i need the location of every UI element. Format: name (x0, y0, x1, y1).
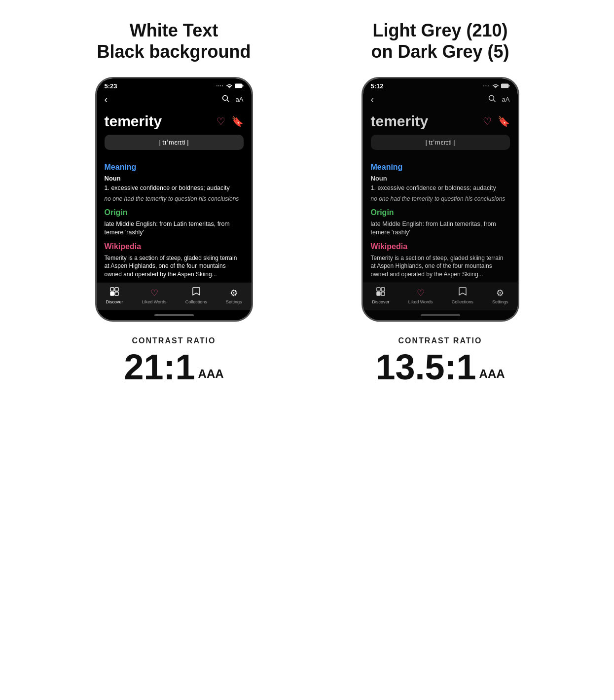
battery-icon-left (235, 83, 244, 89)
right-origin-text: late Middle English: from Latin temerita… (371, 220, 510, 237)
svg-rect-4 (110, 288, 114, 291)
right-collections-icon (459, 287, 467, 298)
right-panel-title: Light Grey (210) on Dark Grey (5) (371, 20, 509, 62)
left-bookmark-icon[interactable]: 🔖 (231, 115, 244, 127)
right-back-button[interactable]: ‹ (371, 94, 374, 105)
right-tab-settings[interactable]: ⚙ Settings (492, 288, 508, 304)
left-panel-title: White Text Black background (97, 20, 251, 62)
right-contrast-value: 13.5:1 AAA (375, 349, 505, 385)
left-noun-label: Noun (105, 175, 244, 182)
left-wiki-heading: Wikipedia (105, 242, 244, 251)
left-tab-collections-label: Collections (185, 299, 207, 304)
left-tab-liked[interactable]: ♡ Liked Words (142, 288, 167, 304)
svg-rect-0 (235, 84, 242, 88)
right-wiki-text: Temerity is a section of steep, gladed s… (371, 254, 510, 279)
left-back-button[interactable]: ‹ (105, 94, 108, 105)
svg-rect-15 (381, 292, 385, 295)
right-phone-screen: 5:12 ···· ‹ (363, 78, 518, 320)
left-wiki-text: Temerity is a section of steep, gladed s… (105, 254, 244, 279)
right-origin-heading: Origin (371, 208, 510, 217)
left-tab-settings[interactable]: ⚙ Settings (226, 288, 242, 304)
left-status-time: 5:23 (105, 82, 117, 90)
right-noun-label: Noun (371, 175, 510, 182)
right-nav-bar: ‹ aA (363, 92, 518, 109)
right-discover-icon (376, 287, 385, 298)
right-tab-liked[interactable]: ♡ Liked Words (408, 288, 433, 304)
left-definition: 1. excessive confidence or boldness; aud… (105, 184, 244, 193)
left-tab-discover-label: Discover (106, 299, 123, 304)
right-bookmark-icon[interactable]: 🔖 (498, 115, 510, 127)
left-origin-text: late Middle English: from Latin temerita… (105, 220, 244, 237)
left-home-indicator (97, 310, 252, 320)
left-status-icons: ···· (216, 83, 243, 89)
svg-rect-6 (110, 292, 114, 295)
svg-point-10 (489, 96, 494, 101)
right-tab-liked-label: Liked Words (408, 299, 433, 304)
svg-line-11 (493, 100, 495, 102)
right-contrast-aaa: AAA (479, 368, 505, 380)
left-heart-icon[interactable]: ♡ (217, 115, 225, 127)
right-definition: 1. excessive confidence or boldness; aud… (371, 184, 510, 193)
left-discover-icon (110, 287, 119, 298)
svg-rect-14 (377, 292, 380, 295)
left-tab-collections[interactable]: Collections (185, 287, 207, 304)
right-meaning-heading: Meaning (371, 163, 510, 172)
right-contrast-section: CONTRAST RATIO 13.5:1 AAA (375, 336, 505, 385)
right-home-bar (421, 314, 460, 316)
svg-rect-9 (508, 85, 509, 86)
left-contrast-label: CONTRAST RATIO (124, 336, 223, 345)
right-liked-icon: ♡ (417, 288, 425, 298)
left-tab-discover[interactable]: Discover (106, 287, 123, 304)
left-contrast-aaa: AAA (198, 368, 224, 380)
left-contrast-section: CONTRAST RATIO 21:1 AAA (124, 336, 223, 385)
left-text-size[interactable]: aA (236, 96, 244, 103)
right-word-header: temerity ♡ 🔖 (363, 109, 518, 132)
left-search-icon[interactable] (222, 95, 230, 104)
left-home-bar (154, 314, 194, 316)
right-settings-icon: ⚙ (496, 288, 504, 298)
right-tab-collections[interactable]: Collections (452, 287, 473, 304)
svg-rect-8 (501, 84, 508, 88)
right-phonetic: | tɪˈmɛrɪti | (371, 135, 510, 150)
svg-rect-13 (381, 288, 385, 291)
wifi-icon-right (492, 83, 499, 89)
svg-rect-7 (115, 292, 118, 295)
left-phone-mockup: 5:23 ···· ‹ (95, 77, 253, 322)
right-contrast-label: CONTRAST RATIO (375, 336, 505, 345)
right-panel: Light Grey (210) on Dark Grey (5) 5:12 ·… (322, 20, 559, 385)
left-settings-icon: ⚙ (230, 288, 238, 298)
right-home-indicator (363, 310, 518, 320)
right-content-area: Meaning Noun 1. excessive confidence or … (363, 155, 518, 283)
left-contrast-value: 21:1 AAA (124, 349, 223, 385)
left-word-header: temerity ♡ 🔖 (97, 109, 252, 132)
left-origin-heading: Origin (105, 208, 244, 217)
right-status-icons: ···· (482, 83, 509, 89)
right-example: no one had the temerity to question his … (371, 195, 510, 203)
right-search-icon[interactable] (488, 95, 496, 104)
signal-dots-left: ···· (216, 83, 223, 89)
right-text-size[interactable]: aA (502, 96, 510, 103)
right-status-bar: 5:12 ···· (363, 78, 518, 92)
left-word-icons: ♡ 🔖 (217, 115, 244, 127)
left-collections-icon (192, 287, 200, 298)
svg-line-3 (227, 100, 229, 102)
svg-rect-12 (377, 288, 380, 291)
right-status-time: 5:12 (371, 82, 384, 90)
left-status-bar: 5:23 ···· (97, 78, 252, 92)
left-tab-liked-label: Liked Words (142, 299, 167, 304)
left-tab-bar: Discover ♡ Liked Words Collections ⚙ (97, 283, 252, 310)
left-example: no one had the temerity to question his … (105, 195, 244, 203)
svg-point-2 (222, 96, 227, 101)
left-nav-right: aA (222, 95, 244, 104)
right-word-title: temerity (371, 113, 429, 130)
right-word-icons: ♡ 🔖 (483, 115, 510, 127)
right-phone-mockup: 5:12 ···· ‹ (361, 77, 519, 322)
right-tab-collections-label: Collections (452, 299, 473, 304)
left-liked-icon: ♡ (150, 288, 158, 298)
left-content-area: Meaning Noun 1. excessive confidence or … (97, 155, 252, 283)
svg-rect-5 (115, 288, 118, 291)
right-tab-discover[interactable]: Discover (372, 287, 390, 304)
right-heart-icon[interactable]: ♡ (483, 115, 492, 127)
wifi-icon-left (226, 83, 233, 89)
right-tab-bar: Discover ♡ Liked Words Collections ⚙ (363, 283, 518, 310)
